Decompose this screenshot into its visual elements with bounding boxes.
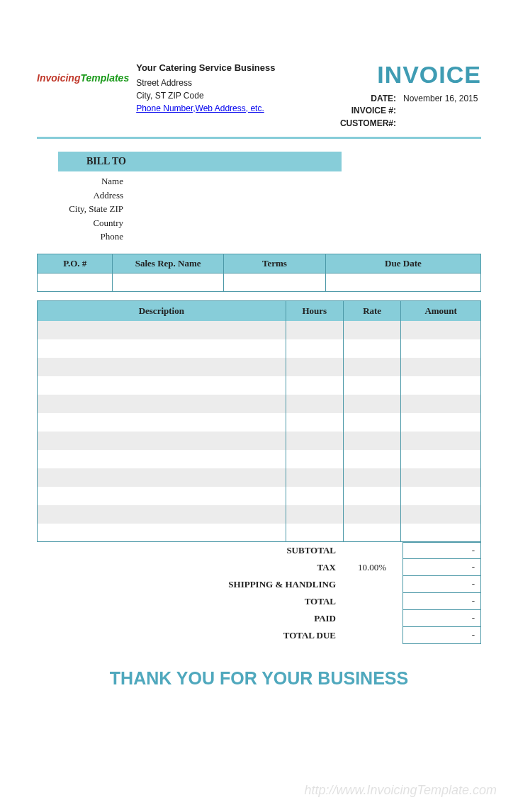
line-item-cell[interactable]: [38, 413, 286, 432]
line-item-cell[interactable]: [286, 339, 343, 358]
line-item-cell[interactable]: [401, 376, 481, 395]
billto-fields: Name Address City, State ZIP Country Pho…: [37, 174, 481, 244]
line-item-cell[interactable]: [401, 487, 481, 505]
invoice-meta: DATE:November 16, 2015 INVOICE #: CUSTOM…: [329, 93, 481, 130]
salesrep-cell[interactable]: [113, 273, 224, 291]
table-row: [38, 432, 481, 450]
table-row: [38, 413, 481, 432]
line-item-cell[interactable]: [401, 395, 481, 413]
total-label: TOTAL: [228, 596, 342, 607]
date-label: DATE:: [329, 93, 396, 105]
duedate-header: Due Date: [325, 254, 480, 273]
line-item-cell[interactable]: [38, 321, 286, 339]
header-divider: [37, 137, 481, 139]
cust-value: [403, 118, 481, 130]
terms-cell[interactable]: [223, 273, 325, 291]
billto-citystate-label: City, State ZIP: [37, 202, 123, 216]
line-item-cell[interactable]: [286, 524, 343, 542]
line-item-cell[interactable]: [343, 450, 400, 468]
line-item-cell[interactable]: [286, 487, 343, 505]
line-item-cell[interactable]: [401, 413, 481, 432]
watermark: http://www.InvoicingTemplate.com: [305, 783, 497, 798]
line-item-cell[interactable]: [286, 505, 343, 524]
hours-header: Hours: [286, 300, 343, 321]
line-item-cell[interactable]: [343, 413, 400, 432]
billto-country-label: Country: [37, 216, 123, 230]
ship-label: SHIPPING & HANDLING: [228, 579, 342, 590]
line-item-cell[interactable]: [38, 468, 286, 487]
line-item-cell[interactable]: [286, 432, 343, 450]
duedate-cell[interactable]: [325, 273, 480, 291]
desc-header: Description: [38, 300, 286, 321]
amount-header: Amount: [401, 300, 481, 321]
line-item-cell[interactable]: [401, 505, 481, 524]
logo: InvoicingTemplates: [37, 61, 129, 130]
company-city: City, ST ZIP Code: [136, 89, 275, 102]
line-item-cell[interactable]: [343, 487, 400, 505]
total-value: -: [402, 593, 481, 610]
line-item-cell[interactable]: [286, 376, 343, 395]
line-item-cell[interactable]: [38, 524, 286, 542]
terms-header: Terms: [223, 254, 325, 273]
tax-value: -: [402, 559, 481, 576]
line-item-cell[interactable]: [286, 321, 343, 339]
table-row: [38, 468, 481, 487]
line-item-cell[interactable]: [38, 376, 286, 395]
invoice-title: INVOICE: [329, 61, 481, 89]
line-item-cell[interactable]: [38, 395, 286, 413]
billto-heading: BILL TO: [58, 152, 342, 171]
invnum-value: [403, 105, 481, 117]
header: InvoicingTemplates Your Catering Service…: [37, 61, 481, 130]
line-item-cell[interactable]: [401, 339, 481, 358]
due-label: TOTAL DUE: [228, 630, 342, 641]
table-row: [38, 273, 481, 291]
line-item-cell[interactable]: [343, 468, 400, 487]
thank-you-message: THANK YOU FOR YOUR BUSINESS: [37, 668, 481, 689]
table-row: [38, 450, 481, 468]
line-item-cell[interactable]: [343, 395, 400, 413]
po-cell[interactable]: [38, 273, 113, 291]
line-item-cell[interactable]: [343, 505, 400, 524]
line-item-cell[interactable]: [343, 358, 400, 376]
table-row: [38, 524, 481, 542]
company-block: Your Catering Service Business Street Ad…: [136, 61, 275, 130]
po-header: P.O. #: [38, 254, 113, 273]
company-name: Your Catering Service Business: [136, 61, 275, 75]
table-row: [38, 505, 481, 524]
line-item-cell[interactable]: [38, 358, 286, 376]
paid-label: PAID: [228, 613, 342, 624]
tax-label: TAX: [228, 562, 342, 573]
line-item-cell[interactable]: [38, 450, 286, 468]
company-contact-link[interactable]: Phone Number,Web Address, etc.: [136, 102, 275, 115]
line-item-cell[interactable]: [343, 339, 400, 358]
line-item-cell[interactable]: [286, 413, 343, 432]
line-item-cell[interactable]: [401, 468, 481, 487]
company-street: Street Address: [136, 77, 275, 89]
line-item-cell[interactable]: [38, 505, 286, 524]
line-item-cell[interactable]: [401, 450, 481, 468]
order-info-table: P.O. # Sales Rep. Name Terms Due Date: [37, 254, 481, 292]
line-item-cell[interactable]: [343, 376, 400, 395]
table-row: [38, 358, 481, 376]
paid-value: -: [402, 610, 481, 627]
line-item-cell[interactable]: [401, 524, 481, 542]
line-item-cell[interactable]: [343, 432, 400, 450]
line-item-cell[interactable]: [38, 487, 286, 505]
line-item-cell[interactable]: [343, 524, 400, 542]
table-row: [38, 339, 481, 358]
line-item-cell[interactable]: [38, 432, 286, 450]
table-row: [38, 376, 481, 395]
line-item-cell[interactable]: [286, 395, 343, 413]
line-item-cell[interactable]: [401, 358, 481, 376]
line-item-cell[interactable]: [286, 468, 343, 487]
logo-part2: Templates: [80, 72, 129, 84]
line-item-cell[interactable]: [401, 321, 481, 339]
line-item-cell[interactable]: [343, 321, 400, 339]
salesrep-header: Sales Rep. Name: [113, 254, 224, 273]
line-items-table: Description Hours Rate Amount: [37, 300, 481, 543]
table-row: [38, 321, 481, 339]
line-item-cell[interactable]: [401, 432, 481, 450]
line-item-cell[interactable]: [286, 358, 343, 376]
line-item-cell[interactable]: [286, 450, 343, 468]
line-item-cell[interactable]: [38, 339, 286, 358]
